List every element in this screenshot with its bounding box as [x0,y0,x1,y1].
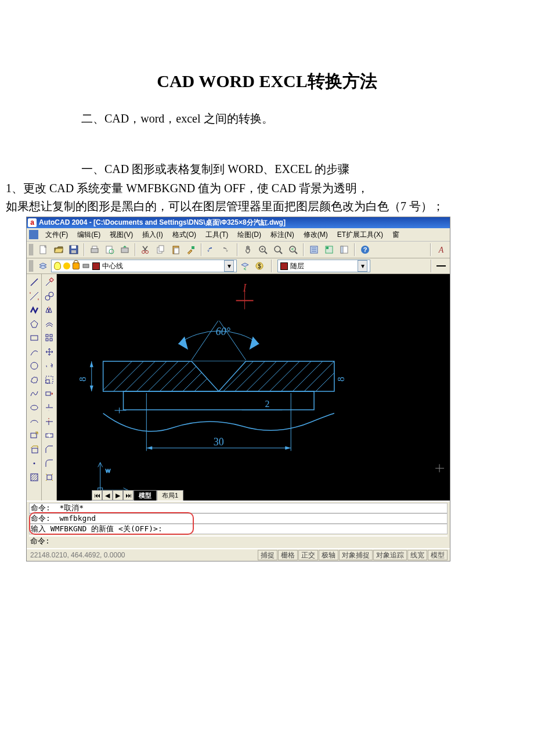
fillet-icon[interactable] [44,458,55,469]
menu-file[interactable]: 文件(F) [41,229,73,241]
doc-section: 一、CAD 图形或表格复制到 WORD、EXCEL 的步骤 [81,161,505,177]
paste-icon[interactable] [169,243,182,256]
move-icon[interactable] [44,346,55,358]
svg-point-10 [146,251,149,254]
chevron-down-icon[interactable]: ▾ [224,260,234,272]
tab-last-icon[interactable]: ⏭ [123,490,134,501]
lweight-toggle[interactable]: 线宽 [407,550,427,560]
cmd-prompt[interactable]: 命令: [29,535,448,546]
grid-toggle[interactable]: 栅格 [278,550,298,560]
toolpalette-icon[interactable] [338,243,351,256]
menu-modify[interactable]: 修改(M) [299,229,333,241]
rect-icon[interactable] [28,332,40,344]
make-block-icon[interactable] [28,444,40,455]
tab-first-icon[interactable]: ⏮ [92,490,102,501]
rotate-icon[interactable] [44,360,55,372]
scale-icon[interactable] [44,374,55,386]
copy-obj-icon[interactable] [44,290,55,302]
ellipse-icon[interactable] [28,402,40,413]
layer-states-icon[interactable]: $ [253,260,266,272]
matchprop-icon[interactable] [185,243,197,256]
menu-dim[interactable]: 标注(N) [266,229,299,241]
svg-text:I: I [243,282,247,294]
pline-icon[interactable] [28,304,40,316]
redo-icon[interactable] [221,243,233,256]
layer-dropdown[interactable]: 中心线 ▾ [51,260,237,272]
model-toggle[interactable]: 模型 [428,550,448,560]
menu-tools[interactable]: 工具(T) [201,229,233,241]
osnap-toggle[interactable]: 对象捕捉 [339,550,373,560]
spline-icon[interactable] [28,388,40,399]
layer-color-swatch [92,262,100,270]
titlebar[interactable]: a AutoCAD 2004 - [C:\Documents and Setti… [27,217,450,228]
bulb-icon [54,262,61,270]
new-icon[interactable] [37,243,50,256]
menu-et[interactable]: ET扩展工具(X) [333,229,388,241]
help-icon[interactable]: ? [359,243,371,256]
print-icon[interactable] [88,243,101,256]
svg-rect-30 [31,336,38,340]
ortho-toggle[interactable]: 正交 [298,550,318,560]
array-icon[interactable] [44,332,55,344]
tab-prev-icon[interactable]: ◀ [102,490,113,501]
hatch-icon[interactable] [28,471,40,483]
textstyle-a-icon[interactable]: A [435,243,448,256]
undo-icon[interactable] [205,243,218,256]
revcloud-icon[interactable] [28,374,40,386]
open-icon[interactable] [52,243,65,256]
chamfer-icon[interactable] [44,444,55,455]
point-icon[interactable] [28,458,40,469]
layer-previous-icon[interactable] [239,260,251,272]
menu-draw[interactable]: 绘图(D) [233,229,266,241]
line-icon[interactable] [28,276,40,288]
tab-next-icon[interactable]: ▶ [113,490,123,501]
zoom-realtime-icon[interactable] [257,243,269,256]
zoom-prev-icon[interactable] [287,243,300,256]
cut-icon[interactable] [139,243,152,256]
properties-icon[interactable] [308,243,320,256]
menu-insert[interactable]: 插入(I) [138,229,167,241]
menu-edit[interactable]: 编辑(E) [73,229,105,241]
zoom-window-icon[interactable] [272,243,284,256]
byline-icon[interactable] [435,260,448,272]
polygon-icon[interactable] [28,318,40,330]
chevron-down-icon[interactable]: ▾ [358,260,367,272]
toolbar-grip[interactable] [29,244,34,255]
menu-format[interactable]: 格式(O) [168,229,201,241]
xline-icon[interactable] [28,290,40,302]
polar-toggle[interactable]: 极轴 [319,550,338,560]
svg-text:8: 8 [78,377,88,381]
mirror-icon[interactable] [44,304,55,316]
publish-icon[interactable] [118,243,131,256]
trim-icon[interactable] [44,402,55,413]
snap-toggle[interactable]: 捕捉 [258,550,277,560]
extend-icon[interactable] [44,416,55,427]
layer-manager-icon[interactable] [37,260,49,272]
explode-icon[interactable] [44,471,55,483]
preview-icon[interactable] [103,243,116,256]
svg-rect-40 [46,334,48,337]
menu-view[interactable]: 视图(V) [105,229,138,241]
stretch-icon[interactable] [44,388,55,399]
otrack-toggle[interactable]: 对象追踪 [373,550,407,560]
drawing-canvas[interactable]: I 60° [57,274,450,501]
copy-icon[interactable] [154,243,167,256]
autocad-window: a AutoCAD 2004 - [C:\Documents and Setti… [26,217,450,561]
circle-icon[interactable] [28,360,40,372]
erase-icon[interactable] [44,276,55,288]
save-icon[interactable] [67,243,80,256]
tab-model[interactable]: 模型 [134,490,157,501]
tab-layout1[interactable]: 布局1 [157,490,183,501]
break-icon[interactable] [44,430,55,441]
arc-icon[interactable] [28,346,40,358]
toolbar-grip[interactable] [29,260,34,272]
offset-icon[interactable] [44,318,55,330]
ellipsearc-icon[interactable] [28,416,40,427]
insert-icon[interactable] [28,430,40,441]
dcenter-icon[interactable] [323,243,335,256]
color-dropdown[interactable]: 随层 ▾ [277,260,370,272]
svg-point-39 [49,292,53,297]
pan-icon[interactable] [241,243,254,256]
menu-window[interactable]: 窗 [388,229,404,241]
command-area[interactable]: 命令: *取消* 命令: wmfbkgnd 输入 WMFBKGND 的新值 <关… [27,501,450,548]
